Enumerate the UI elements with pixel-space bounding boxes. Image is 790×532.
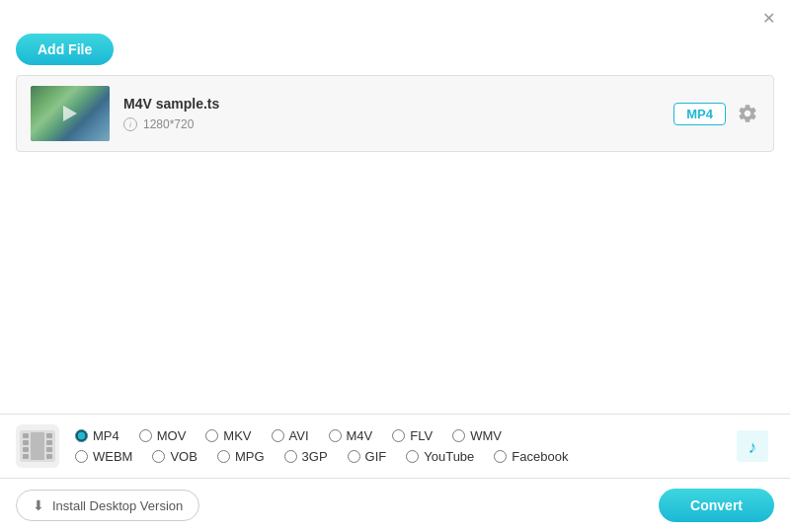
format-radio-youtube[interactable] xyxy=(406,450,419,463)
format-radio-facebook[interactable] xyxy=(494,450,507,463)
svg-rect-1 xyxy=(23,433,29,438)
format-option-3gp[interactable]: 3GP xyxy=(284,449,328,464)
file-resolution: 1280*720 xyxy=(143,117,194,131)
svg-rect-6 xyxy=(46,440,52,445)
format-label-flv: FLV xyxy=(410,428,433,443)
format-option-vob[interactable]: VOB xyxy=(152,449,197,464)
install-desktop-button[interactable]: ⬇ Install Desktop Version xyxy=(16,490,199,521)
gear-svg xyxy=(737,103,758,124)
format-label-youtube: YouTube xyxy=(424,449,474,464)
format-radio-gif[interactable] xyxy=(348,450,360,463)
format-option-gif[interactable]: GIF xyxy=(348,449,387,464)
file-name: M4V sample.ts xyxy=(123,96,660,112)
install-label: Install Desktop Version xyxy=(52,498,183,513)
download-icon: ⬇ xyxy=(33,497,44,513)
file-list: M4V sample.ts i 1280*720 MP4 xyxy=(16,75,774,152)
file-actions: MP4 xyxy=(673,102,759,125)
format-label-m4v: M4V xyxy=(347,428,373,443)
file-thumbnail xyxy=(31,86,110,141)
svg-rect-9 xyxy=(31,432,44,460)
format-option-facebook[interactable]: Facebook xyxy=(494,449,568,464)
format-label-facebook: Facebook xyxy=(512,449,568,464)
format-option-wmv[interactable]: WMV xyxy=(452,428,502,443)
format-radio-mkv[interactable] xyxy=(205,429,218,442)
format-radio-vob[interactable] xyxy=(152,450,165,463)
format-radio-mov[interactable] xyxy=(139,429,152,442)
format-row-1: MP4 MOV MKV AVI M4V xyxy=(75,428,715,443)
svg-text:♪: ♪ xyxy=(749,437,757,457)
title-bar: ✕ xyxy=(0,0,790,28)
svg-rect-2 xyxy=(23,440,29,445)
music-note-svg: ♪ xyxy=(737,430,768,462)
format-label-webm: WEBM xyxy=(93,449,132,464)
top-bar: Add File xyxy=(0,28,790,75)
thumbnail-image xyxy=(31,86,110,141)
format-label-mkv: MKV xyxy=(223,428,251,443)
file-item: M4V sample.ts i 1280*720 MP4 xyxy=(17,76,773,151)
format-selector: MP4 MOV MKV AVI M4V xyxy=(0,414,790,478)
bottom-bar: ⬇ Install Desktop Version Convert xyxy=(0,478,790,532)
format-option-mkv[interactable]: MKV xyxy=(205,428,251,443)
file-meta: i 1280*720 xyxy=(123,117,660,131)
format-label-vob: VOB xyxy=(170,449,197,464)
format-label-mp4: MP4 xyxy=(93,428,119,443)
format-option-m4v[interactable]: M4V xyxy=(329,428,373,443)
close-button[interactable]: ✕ xyxy=(758,8,778,28)
file-info: M4V sample.ts i 1280*720 xyxy=(123,96,660,131)
format-radio-flv[interactable] xyxy=(392,429,405,442)
format-option-youtube[interactable]: YouTube xyxy=(406,449,474,464)
svg-rect-3 xyxy=(23,447,29,452)
svg-rect-4 xyxy=(23,454,29,459)
svg-rect-8 xyxy=(46,454,52,459)
format-radio-avi[interactable] xyxy=(272,429,284,442)
format-option-avi[interactable]: AVI xyxy=(272,428,309,443)
svg-rect-7 xyxy=(46,447,52,452)
format-option-mov[interactable]: MOV xyxy=(139,428,187,443)
bottom-section: MP4 MOV MKV AVI M4V xyxy=(0,414,790,532)
format-radio-mpg[interactable] xyxy=(217,450,230,463)
settings-icon[interactable] xyxy=(736,102,759,125)
format-radio-3gp[interactable] xyxy=(284,450,297,463)
music-format-icon[interactable]: ♪ xyxy=(731,424,774,468)
convert-button[interactable]: Convert xyxy=(659,489,774,522)
video-format-icon[interactable] xyxy=(16,424,59,468)
format-option-webm[interactable]: WEBM xyxy=(75,449,132,464)
format-label-avi: AVI xyxy=(289,428,309,443)
format-options: MP4 MOV MKV AVI M4V xyxy=(75,428,715,464)
svg-rect-5 xyxy=(46,433,52,438)
format-row-2: WEBM VOB MPG 3GP GIF xyxy=(75,449,715,464)
format-option-mpg[interactable]: MPG xyxy=(217,449,265,464)
add-file-button[interactable]: Add File xyxy=(16,34,114,65)
format-label-mpg: MPG xyxy=(235,449,265,464)
format-label-gif: GIF xyxy=(365,449,387,464)
film-strip-svg xyxy=(20,430,55,462)
format-label-mov: MOV xyxy=(157,428,187,443)
format-radio-m4v[interactable] xyxy=(329,429,342,442)
format-option-mp4[interactable]: MP4 xyxy=(75,428,119,443)
format-radio-mp4[interactable] xyxy=(75,429,88,442)
format-label-3gp: 3GP xyxy=(302,449,328,464)
info-icon: i xyxy=(123,117,137,131)
format-radio-wmv[interactable] xyxy=(452,429,465,442)
format-radio-webm[interactable] xyxy=(75,450,88,463)
format-badge-button[interactable]: MP4 xyxy=(673,103,726,125)
format-label-wmv: WMV xyxy=(470,428,502,443)
format-option-flv[interactable]: FLV xyxy=(392,428,433,443)
